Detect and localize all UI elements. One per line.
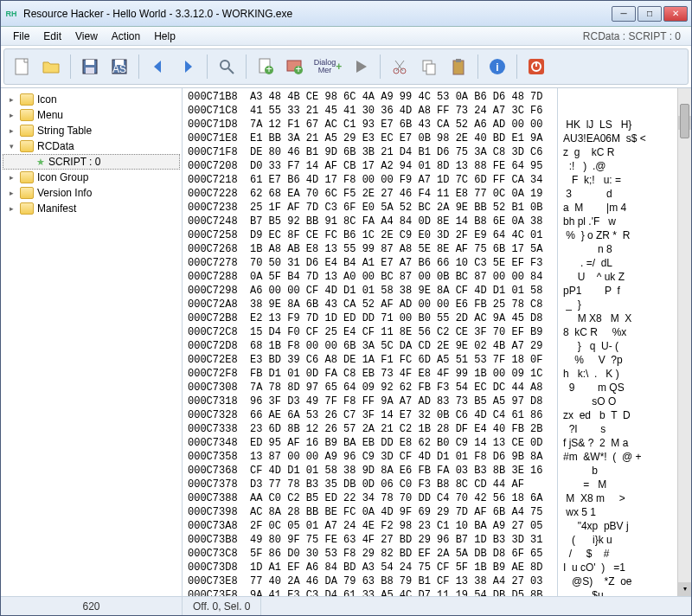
tree-label: Version Info [37, 187, 92, 199]
new-button[interactable] [8, 53, 35, 80]
svg-rect-20 [426, 64, 435, 74]
tree-leaf[interactable]: ★SCRIPT : 0 [3, 154, 180, 170]
svg-rect-0 [16, 59, 28, 74]
titlebar: RH Resource Hacker - Hello World - 3.3.1… [1, 1, 691, 27]
tree-node[interactable]: ▸Menu [3, 107, 180, 123]
open-button[interactable] [37, 53, 65, 80]
tree-node[interactable]: ▾RCData [3, 138, 180, 154]
svg-rect-22 [456, 59, 461, 62]
folder-icon [20, 93, 34, 106]
hex-view[interactable]: 000C71B8 A3 48 4B CE 98 6C 4A A9 99 4C 5… [183, 88, 558, 596]
tree-node[interactable]: ▸String Table [3, 123, 180, 138]
twisty-icon[interactable]: ▸ [6, 126, 16, 135]
add-resource-button[interactable]: + [252, 53, 279, 80]
folder-icon [20, 202, 34, 215]
save-button[interactable] [76, 53, 104, 80]
add-image-button[interactable]: + [281, 53, 309, 80]
folder-icon [20, 140, 34, 152]
svg-text:+: + [295, 63, 301, 75]
tree-label: RCData [37, 140, 74, 152]
nav-back-button[interactable] [144, 53, 172, 80]
content-area: ▸Icon▸Menu▸String Table▾RCData★SCRIPT : … [1, 87, 691, 596]
svg-text:AS: AS [112, 63, 126, 75]
twisty-icon[interactable]: ▸ [6, 173, 16, 182]
window-title: Resource Hacker - Hello World - 3.3.12.0… [23, 8, 612, 20]
ascii-view[interactable]: HK lJ LS H} AU3!EA06M s$ < z g kC R :! )… [558, 88, 691, 596]
menu-help[interactable]: Help [147, 29, 183, 44]
search-button[interactable] [213, 53, 240, 80]
app-window: RH Resource Hacker - Hello World - 3.3.1… [0, 0, 692, 616]
power-button[interactable] [522, 53, 550, 80]
menu-edit[interactable]: Edit [36, 29, 68, 44]
close-button[interactable]: ✕ [663, 6, 688, 22]
statusbar: 620 Off. 0, Sel. 0 [1, 596, 691, 615]
menubar: File Edit View Action Help RCData : SCRI… [1, 27, 691, 46]
folder-icon [20, 171, 34, 183]
svg-rect-2 [86, 60, 94, 65]
tree-label: SCRIPT : 0 [48, 156, 100, 168]
svg-line-17 [396, 61, 404, 71]
nav-fwd-button[interactable] [174, 53, 202, 80]
twisty-icon[interactable]: ▸ [6, 95, 16, 104]
menu-view[interactable]: View [68, 29, 105, 44]
scroll-down-button[interactable]: ▾ [678, 582, 691, 596]
minimize-button[interactable]: ─ [612, 6, 636, 22]
tree-label: Menu [37, 109, 63, 121]
info-button[interactable]: i [484, 53, 511, 80]
app-icon: RH [4, 7, 18, 21]
tree-node[interactable]: ▸Manifest [3, 201, 180, 216]
svg-text:i: i [496, 61, 498, 74]
star-icon: ★ [36, 157, 45, 168]
twisty-icon[interactable]: ▸ [6, 189, 16, 197]
svg-point-7 [221, 61, 229, 69]
dialog-merge-button[interactable]: DialogMer+ [311, 53, 345, 80]
tree-node[interactable]: ▸Icon Group [3, 170, 180, 185]
tree-label: Icon [37, 93, 57, 106]
twisty-icon[interactable]: ▸ [6, 204, 16, 213]
twisty-icon[interactable]: ▸ [6, 111, 16, 119]
save-as-button[interactable]: AS [106, 53, 133, 80]
scroll-thumb[interactable] [680, 104, 689, 138]
toolbar: AS + + DialogMer+ i [3, 48, 689, 85]
scrollbar[interactable]: ▴ ▾ [677, 88, 691, 596]
status-right: Off. 0, Sel. 0 [183, 597, 261, 615]
tree-label: String Table [37, 125, 92, 137]
svg-text:+: + [266, 63, 272, 75]
tree-node[interactable]: ▸Version Info [3, 185, 180, 201]
menu-file[interactable]: File [6, 29, 36, 44]
status-left: 620 [1, 597, 183, 615]
svg-rect-3 [86, 67, 94, 74]
tree-node[interactable]: ▸Icon [3, 92, 180, 107]
tree-label: Icon Group [37, 171, 88, 183]
tree-label: Manifest [37, 202, 76, 215]
menu-action[interactable]: Action [105, 29, 147, 44]
maximize-button[interactable]: □ [638, 6, 662, 22]
play-button[interactable] [347, 53, 375, 80]
copy-button[interactable] [415, 53, 443, 80]
paste-button[interactable] [445, 53, 472, 80]
folder-icon [20, 125, 34, 137]
cut-button[interactable] [386, 53, 413, 80]
svg-rect-21 [453, 61, 464, 74]
resource-path-label: RCData : SCRIPT : 0 [583, 30, 686, 42]
twisty-icon[interactable]: ▾ [6, 142, 16, 151]
folder-icon [20, 187, 34, 199]
resource-tree[interactable]: ▸Icon▸Menu▸String Table▾RCData★SCRIPT : … [1, 88, 183, 596]
svg-line-8 [228, 68, 234, 74]
folder-icon [20, 109, 34, 121]
svg-line-18 [395, 61, 403, 71]
